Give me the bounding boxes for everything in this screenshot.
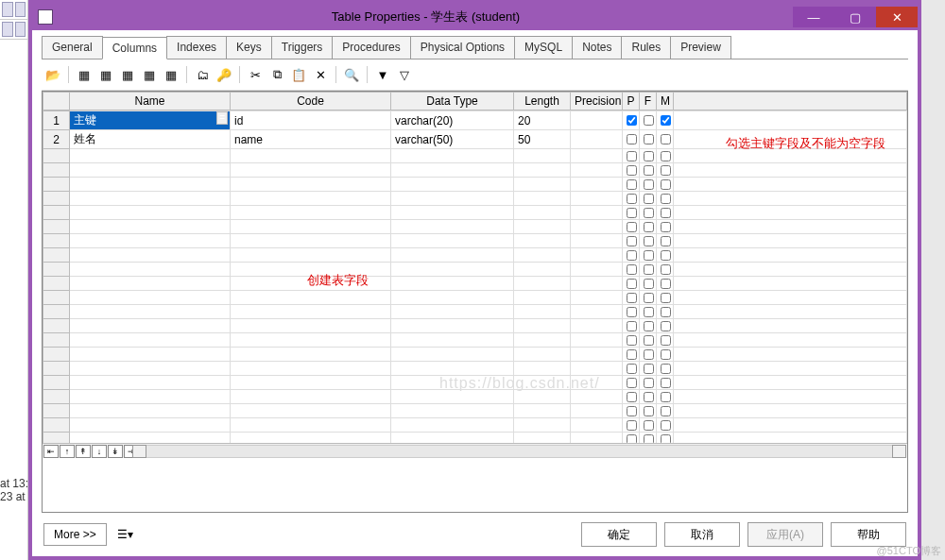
cell-length[interactable] xyxy=(514,277,571,291)
cell-name[interactable]: 姓名 xyxy=(70,130,231,149)
cell-datatype[interactable] xyxy=(391,291,514,305)
nav-pageup[interactable]: ↟ xyxy=(76,445,91,458)
cell-code[interactable] xyxy=(231,291,391,305)
cell-m[interactable] xyxy=(657,362,674,376)
checkbox-p[interactable] xyxy=(627,264,637,275)
cell-datatype[interactable] xyxy=(391,248,514,263)
cell-p[interactable] xyxy=(623,277,640,291)
cell-m[interactable] xyxy=(657,348,674,362)
cell-length[interactable]: 50 xyxy=(514,130,571,149)
tab-mysql[interactable]: MySQL xyxy=(514,36,573,59)
table-row[interactable] xyxy=(43,376,907,390)
apply-button[interactable]: 应用(A) xyxy=(747,522,823,547)
table-row[interactable] xyxy=(43,348,907,362)
table-row[interactable] xyxy=(43,404,907,418)
cell-f[interactable] xyxy=(640,234,657,248)
cell-name[interactable] xyxy=(70,220,231,234)
tab-columns[interactable]: Columns xyxy=(102,37,167,59)
cell-name[interactable] xyxy=(70,348,231,362)
cell-name[interactable] xyxy=(70,362,231,376)
nav-up[interactable]: ↑ xyxy=(60,445,75,458)
checkbox-f[interactable] xyxy=(644,134,654,144)
cell-f[interactable] xyxy=(640,433,657,444)
checkbox-p[interactable] xyxy=(627,378,637,388)
cell-datatype[interactable] xyxy=(391,376,514,390)
cell-datatype[interactable] xyxy=(391,263,514,277)
checkbox-p[interactable] xyxy=(627,349,637,360)
paste-icon[interactable]: 📋 xyxy=(289,65,308,84)
cell-name[interactable] xyxy=(70,433,231,444)
row-number[interactable] xyxy=(43,390,70,404)
header-code[interactable]: Code xyxy=(231,93,391,110)
table-row[interactable] xyxy=(43,178,907,192)
tab-physical-options[interactable]: Physical Options xyxy=(410,36,515,59)
delete-icon[interactable]: ✕ xyxy=(311,65,330,84)
row-number[interactable]: 2 xyxy=(43,130,70,149)
cell-datatype[interactable] xyxy=(391,390,514,404)
checkbox-m[interactable] xyxy=(661,250,671,261)
grid1-icon[interactable]: ▦ xyxy=(75,65,94,84)
cell-f[interactable] xyxy=(640,263,657,277)
checkbox-p[interactable] xyxy=(627,406,637,416)
checkbox-p[interactable] xyxy=(627,279,637,289)
checkbox-m[interactable] xyxy=(661,378,671,388)
cell-code[interactable] xyxy=(231,248,391,263)
row-number[interactable] xyxy=(43,149,70,163)
checkbox-m[interactable] xyxy=(661,335,671,346)
table-row[interactable] xyxy=(43,362,907,376)
cut-icon[interactable]: ✂ xyxy=(246,65,265,84)
cell-p[interactable] xyxy=(623,333,640,348)
checkbox-m[interactable] xyxy=(661,321,671,331)
row-number[interactable] xyxy=(43,291,70,305)
cell-m[interactable] xyxy=(657,248,674,263)
cell-precision[interactable] xyxy=(571,390,623,404)
maximize-button[interactable]: ▢ xyxy=(834,7,876,27)
cell-m[interactable] xyxy=(657,277,674,291)
checkbox-m[interactable] xyxy=(661,236,671,246)
cell-name[interactable] xyxy=(70,319,231,333)
folder-open-icon[interactable]: 📂 xyxy=(43,65,62,84)
cell-length[interactable] xyxy=(514,376,571,390)
cell-code[interactable] xyxy=(231,404,391,418)
cell-code[interactable]: id xyxy=(231,111,391,130)
cell-f[interactable] xyxy=(640,248,657,263)
cell-datatype[interactable] xyxy=(391,333,514,348)
grid2-icon[interactable]: ▦ xyxy=(96,65,115,84)
cell-code[interactable] xyxy=(231,206,391,220)
checkbox-m[interactable] xyxy=(661,208,671,218)
cell-code[interactable] xyxy=(231,362,391,376)
cell-length[interactable] xyxy=(514,234,571,248)
header-precision[interactable]: Precision xyxy=(571,93,623,110)
cell-length[interactable] xyxy=(514,418,571,433)
checkbox-p[interactable] xyxy=(627,307,637,317)
cell-f[interactable] xyxy=(640,277,657,291)
checkbox-m[interactable] xyxy=(661,434,671,444)
tab-general[interactable]: General xyxy=(42,36,103,59)
cell-datatype[interactable] xyxy=(391,362,514,376)
cell-length[interactable] xyxy=(514,220,571,234)
table-row[interactable] xyxy=(43,291,907,305)
cell-datatype[interactable] xyxy=(391,206,514,220)
header-p[interactable]: P xyxy=(623,93,640,110)
cell-length[interactable] xyxy=(514,404,571,418)
checkbox-f[interactable] xyxy=(644,420,654,431)
cell-length[interactable] xyxy=(514,149,571,163)
cell-code[interactable] xyxy=(231,333,391,348)
cell-datatype[interactable] xyxy=(391,433,514,444)
table-row[interactable] xyxy=(43,248,907,263)
cell-name[interactable] xyxy=(70,418,231,433)
checkbox-p[interactable] xyxy=(627,420,637,431)
cell-name[interactable] xyxy=(70,376,231,390)
cell-p[interactable] xyxy=(623,263,640,277)
row-number[interactable] xyxy=(43,178,70,192)
cell-p[interactable] xyxy=(623,348,640,362)
checkbox-f[interactable] xyxy=(644,406,654,416)
cell-p[interactable] xyxy=(623,178,640,192)
cell-m[interactable] xyxy=(657,163,674,178)
cell-datatype[interactable]: varchar(20) xyxy=(391,111,514,130)
cell-p[interactable] xyxy=(623,390,640,404)
checkbox-m[interactable] xyxy=(661,364,671,374)
cell-m[interactable] xyxy=(657,234,674,248)
cell-datatype[interactable] xyxy=(391,404,514,418)
cell-f[interactable] xyxy=(640,163,657,178)
